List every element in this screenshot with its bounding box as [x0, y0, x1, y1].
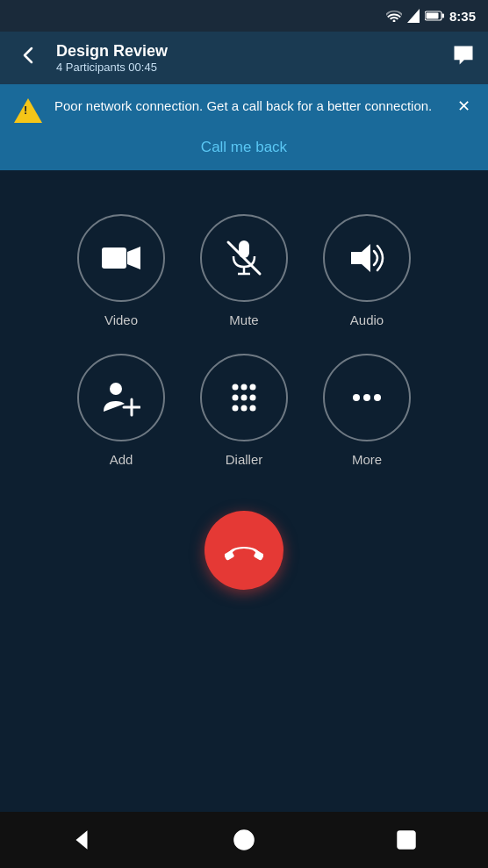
dialler-button[interactable] — [200, 354, 288, 441]
warning-icon — [14, 98, 42, 126]
warning-top: Poor network connection. Get a call back… — [14, 97, 474, 126]
close-warning-button[interactable]: ✕ — [454, 97, 474, 116]
svg-point-25 — [374, 394, 381, 401]
dialler-button-item[interactable]: Dialler — [183, 354, 305, 467]
svg-point-14 — [233, 384, 239, 391]
svg-point-17 — [233, 395, 239, 401]
add-button-item[interactable]: Add — [60, 354, 183, 467]
svg-marker-5 — [127, 247, 140, 269]
dialler-icon — [225, 378, 263, 417]
add-label: Add — [110, 452, 133, 467]
wifi-icon — [386, 10, 402, 22]
svg-point-16 — [250, 384, 256, 391]
end-call-icon — [225, 531, 263, 570]
svg-marker-10 — [351, 244, 370, 272]
svg-point-20 — [233, 405, 239, 412]
header: Design Review 4 Participants 00:45 — [0, 32, 488, 84]
audio-button-item[interactable]: Audio — [305, 214, 428, 327]
header-title-block: Design Review 4 Participants 00:45 — [56, 42, 168, 74]
svg-point-23 — [353, 394, 360, 401]
call-area: Video Mute — [0, 170, 488, 607]
signal-icon — [407, 9, 420, 23]
svg-point-24 — [363, 394, 370, 401]
more-button[interactable] — [323, 354, 411, 441]
mute-button-item[interactable]: Mute — [183, 214, 305, 327]
svg-rect-30 — [398, 831, 416, 849]
call-title: Design Review — [56, 42, 168, 61]
svg-point-19 — [250, 395, 256, 401]
add-button[interactable] — [77, 354, 165, 441]
svg-point-18 — [241, 395, 248, 401]
mute-button[interactable] — [200, 214, 288, 302]
call-me-back-link[interactable]: Call me back — [14, 126, 474, 170]
audio-label: Audio — [350, 312, 384, 327]
svg-rect-3 — [426, 13, 438, 19]
svg-point-11 — [110, 383, 122, 395]
svg-marker-0 — [407, 9, 420, 23]
back-icon — [19, 47, 37, 64]
end-call-button[interactable] — [205, 511, 283, 590]
warning-banner: Poor network connection. Get a call back… — [0, 84, 488, 170]
nav-recent-icon — [395, 829, 418, 851]
battery-icon — [425, 11, 444, 21]
dialler-label: Dialler — [226, 452, 263, 467]
video-button-item[interactable]: Video — [60, 214, 183, 327]
nav-back-button[interactable] — [70, 829, 93, 851]
call-subtitle: 4 Participants 00:45 — [56, 61, 168, 74]
mute-icon — [225, 239, 263, 277]
svg-rect-27 — [254, 550, 263, 561]
more-button-item[interactable]: More — [305, 354, 428, 467]
status-bar: 8:35 — [0, 0, 488, 32]
nav-home-icon — [233, 829, 255, 851]
buttons-grid: Video Mute — [60, 214, 428, 467]
bottom-nav — [0, 812, 488, 868]
audio-icon — [348, 239, 386, 277]
add-person-icon — [102, 378, 140, 417]
chat-button[interactable] — [451, 43, 476, 73]
svg-rect-26 — [225, 550, 234, 561]
end-call-container — [205, 511, 283, 590]
video-label: Video — [104, 312, 138, 327]
back-button[interactable] — [12, 43, 44, 73]
header-left: Design Review 4 Participants 00:45 — [12, 42, 168, 74]
audio-button[interactable] — [323, 214, 411, 302]
svg-marker-28 — [75, 830, 87, 850]
video-icon — [102, 239, 140, 277]
chat-icon — [451, 43, 476, 68]
svg-point-15 — [241, 384, 248, 391]
more-label: More — [352, 452, 382, 467]
svg-point-21 — [241, 405, 248, 412]
svg-rect-4 — [102, 247, 126, 269]
nav-home-button[interactable] — [233, 829, 255, 851]
status-icons: 8:35 — [386, 9, 476, 24]
nav-back-icon — [70, 829, 93, 851]
warning-text: Poor network connection. Get a call back… — [54, 97, 441, 115]
mute-label: Mute — [229, 312, 258, 327]
svg-point-29 — [234, 830, 254, 850]
status-time: 8:35 — [449, 9, 476, 24]
more-icon — [348, 378, 386, 417]
svg-rect-2 — [441, 14, 444, 18]
nav-recent-button[interactable] — [395, 829, 418, 851]
svg-point-22 — [250, 405, 256, 412]
video-button[interactable] — [77, 214, 165, 302]
